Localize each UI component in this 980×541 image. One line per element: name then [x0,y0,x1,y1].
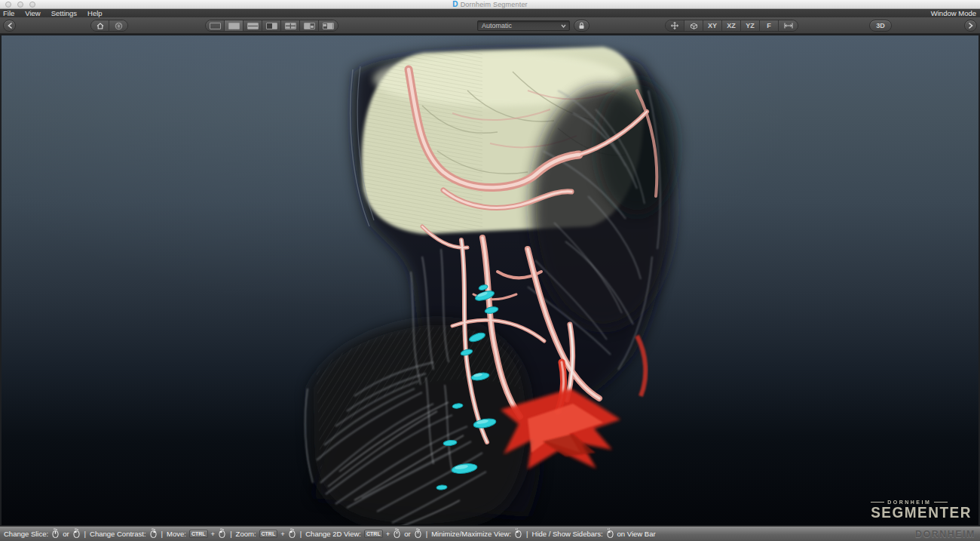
statusbar-brand: DORNHEIM [915,529,975,539]
ctrl-key-badge: CTRL [189,530,208,538]
layout-single-icon [228,23,240,29]
separator: | [526,530,528,538]
plus-sign: + [386,530,390,538]
hint-hide-show-sidebars: Hide / Show Sidebars: [532,530,603,538]
layout-left-main-button[interactable] [300,20,319,31]
cube-icon [690,23,698,29]
fit-view-button[interactable] [779,20,798,31]
view-xy-button[interactable]: XY [703,20,722,31]
yz-label: YZ [746,22,755,29]
separator: | [161,530,163,538]
fullscreen-view-button[interactable]: F [760,20,779,31]
mouse-drag-icon [72,528,81,539]
hint-or-2: or [404,530,410,538]
app-logo-icon: D [452,0,458,8]
mode-3d-label: 3D [876,22,885,29]
fit-width-icon [784,23,793,29]
hint-zoom: Zoom: [236,530,256,538]
mouse-double-click-icon [606,528,614,539]
mouse-middle-drag-icon [414,528,422,539]
watermark-line-left [871,502,884,503]
window-title-text: Dornheim Segmenter [461,1,528,8]
mode-3d-button[interactable]: 3D [869,20,892,32]
menu-settings[interactable]: Settings [46,9,82,17]
chevron-right-icon [969,23,973,29]
layout-two-rows-button[interactable] [243,20,262,31]
lock-view-button[interactable] [574,20,590,32]
plus-sign: + [280,530,285,538]
layout-vertical-split-button[interactable] [262,20,281,31]
mouse-right-drag-icon [149,528,158,539]
mouse-wheel-icon [51,528,60,539]
mouse-drag-icon [288,528,296,539]
window-title: DDornheim Segmenter [0,0,980,8]
view-toolbar: Automatic XY [0,17,980,34]
layout-single-empty-icon [210,23,221,29]
mouse-wheel-icon [393,528,401,539]
ctrl-key-badge: CTRL [259,530,278,538]
title-bar: DDornheim Segmenter [0,0,980,9]
chevron-left-icon [8,23,12,29]
hint-or-1: or [63,530,69,538]
home-circle-icon [115,22,123,30]
separator: | [230,530,231,538]
layout-button-group [205,20,338,32]
watermark-line-right [934,502,948,503]
watermark-logo: DORNHEIM SEGMENTER [871,500,972,520]
layout-single-empty-button[interactable] [206,20,225,31]
layout-two-rows-icon [247,23,259,29]
dornheim-segmenter-window: DDornheim Segmenter File View Settings H… [0,0,980,541]
hint-move: Move: [167,530,186,538]
layout-right-main-button[interactable] [319,20,338,31]
viewport-3d[interactable]: DORNHEIM SEGMENTER [0,34,980,526]
hint-change-slice: Change Slice: [4,530,48,538]
layout-left-main-icon [304,23,315,29]
layout-grid-icon [285,23,296,29]
menu-help[interactable]: Help [82,9,108,17]
hint-min-max-view: Minimize/Maximize View: [431,530,511,538]
home-button-group [90,20,128,32]
home-all-views-button[interactable] [109,20,127,31]
separator: | [300,530,302,538]
forward-arrow-button[interactable] [964,20,977,32]
plus-sign: + [211,530,216,538]
xz-label: XZ [727,22,736,29]
menu-file[interactable]: File [0,9,20,17]
status-bar: Change Slice: or | Change Contrast: | Mo… [0,526,980,541]
view-yz-button[interactable]: YZ [741,20,760,31]
view-mode-select[interactable]: Automatic [477,20,570,31]
mouse-double-click-icon [514,528,522,539]
hint-change-2d-view: Change 2D View: [305,530,361,538]
separator: | [84,530,86,538]
menu-view[interactable]: View [20,9,45,17]
layout-right-main-icon [323,23,334,29]
hint-change-contrast: Change Contrast: [90,530,145,538]
home-view-button[interactable] [91,20,109,31]
volume-rendering [0,34,980,526]
ctrl-key-badge: CTRL [364,530,383,538]
hint-on-view-bar: on View Bar [617,530,656,538]
view-xz-button[interactable]: XZ [722,20,741,31]
pan-tool-button[interactable] [666,20,684,31]
mouse-drag-icon [218,528,226,539]
window-mode-label[interactable]: Window Mode [931,9,980,17]
watermark-segmenter: SEGMENTER [871,506,972,521]
f-label: F [767,22,771,29]
view-mode-value: Automatic [482,22,512,29]
menu-bar: File View Settings Help Window Mode [0,9,980,17]
back-arrow-button[interactable] [3,20,16,32]
move-cross-icon [671,22,678,29]
home-icon [96,23,104,29]
layout-grid-button[interactable] [281,20,300,31]
xy-label: XY [708,22,717,29]
layout-single-button[interactable] [225,20,243,31]
chevron-down-icon [561,22,566,29]
lock-icon [578,22,585,29]
separator: | [426,530,427,538]
projection-button-group: XY XZ YZ F [665,20,798,32]
rotate-3d-button[interactable] [684,20,703,31]
layout-vertical-split-icon [266,23,277,29]
